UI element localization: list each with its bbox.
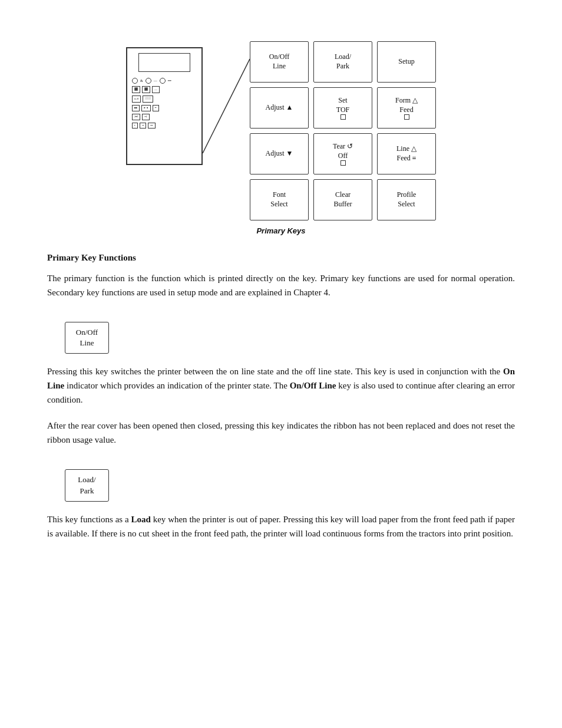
indicator-circle-3 xyxy=(160,78,166,84)
indicator-circle xyxy=(132,78,138,84)
mini-key: — xyxy=(152,86,160,93)
primary-key-description: The primary function is the function whi… xyxy=(47,271,515,299)
mini-key: ■■ xyxy=(132,105,140,111)
key-tear-off: Tear ↺Off xyxy=(313,133,372,174)
key-illustration-on-off-line: On/Off Line xyxy=(65,322,109,354)
key-label-line1-load: Load/ xyxy=(78,475,95,485)
mini-key: ►◄ xyxy=(141,105,151,111)
key-clear-buffer: ClearBuffer xyxy=(313,179,372,220)
mini-key: ▪. xyxy=(132,123,138,129)
mini-key-row-4: 2▾8 :▪4 xyxy=(132,114,197,120)
mini-key: ts 8 xyxy=(132,95,141,103)
ind-label-3: ••• xyxy=(168,79,171,83)
ff-square-icon xyxy=(404,114,409,120)
mini-key: ▪▪ xyxy=(153,105,159,111)
key-on-off-line: On/OffLine xyxy=(250,41,309,83)
on-off-line-para-2: After the rear cover has been opened the… xyxy=(47,419,515,447)
mini-key: ▪▪ xyxy=(140,123,146,129)
key-font-select: FontSelect xyxy=(250,179,309,220)
tof-square-icon xyxy=(340,114,346,120)
mini-key: ⬜⬜ xyxy=(143,95,153,103)
diagonal-connector xyxy=(203,47,250,165)
on-off-line-para-1: Pressing this key switches the printer b… xyxy=(47,364,515,407)
key-form-feed: Form △Feed xyxy=(377,87,436,129)
mini-key: ⬛ xyxy=(142,86,150,93)
mini-key-row-5: ▪. ▪▪ ▪▪▪ xyxy=(132,123,197,129)
ind-label-2: — xyxy=(154,79,157,83)
mini-key: ⬛ xyxy=(132,86,140,93)
key-load-park: Load/Park xyxy=(313,41,372,83)
key-set-tof: SetTOF xyxy=(313,87,372,129)
key-adjust-up: Adjust ▲ xyxy=(250,87,309,129)
main-content: Primary Key Functions The primary functi… xyxy=(47,253,515,541)
indicator-circle-2 xyxy=(146,78,151,84)
key-grid: On/OffLine Load/Park Setup Adjust ▲ SetT… xyxy=(250,41,436,220)
load-park-para-1: This key functions as a Load key when th… xyxy=(47,512,515,541)
mini-key-row-1: ⬛ ⬛ — xyxy=(132,86,197,93)
svg-line-0 xyxy=(203,59,250,153)
mini-key: ▪▪▪ xyxy=(148,123,155,129)
diagram-section: & — ••• ⬛ ⬛ — ts 8 ⬜⬜ ■■ ►◄ ▪▪ 2▾8 xyxy=(47,35,515,235)
printer-screen xyxy=(138,53,190,72)
mini-key: :▪4 xyxy=(142,114,150,120)
bold-on-off-line: On/Off Line xyxy=(290,381,336,390)
mini-key-row-2: ts 8 ⬜⬜ xyxy=(132,95,197,103)
mini-key-row-3: ■■ ►◄ ▪▪ xyxy=(132,105,197,111)
key-illustration-load-park: Load/ Park xyxy=(65,469,109,501)
key-adjust-down: Adjust ▼ xyxy=(250,133,309,174)
key-label-line2-load: Park xyxy=(80,486,94,496)
section-title-primary-keys: Primary Key Functions xyxy=(47,253,515,263)
mini-key: 2▾8 xyxy=(132,114,140,120)
bold-load: Load xyxy=(131,515,150,524)
diagram-wrapper: & — ••• ⬛ ⬛ — ts 8 ⬜⬜ ■■ ►◄ ▪▪ 2▾8 xyxy=(126,35,436,220)
key-setup: Setup xyxy=(377,41,436,83)
indicator-row-1: & — ••• xyxy=(132,78,197,84)
printer-panel: & — ••• ⬛ ⬛ — ts 8 ⬜⬜ ■■ ►◄ ▪▪ 2▾8 xyxy=(126,47,203,165)
key-label-line2: Line xyxy=(80,338,94,348)
key-label-line1: On/Off xyxy=(76,327,98,338)
ind-label: & xyxy=(140,79,143,83)
key-line-feed: Line △Feed ≡ xyxy=(377,133,436,174)
diagram-caption: Primary Keys xyxy=(256,226,305,235)
key-profile-select: ProfileSelect xyxy=(377,179,436,220)
bold-on-line: On Line xyxy=(47,367,515,390)
tear-square-icon xyxy=(340,160,346,166)
